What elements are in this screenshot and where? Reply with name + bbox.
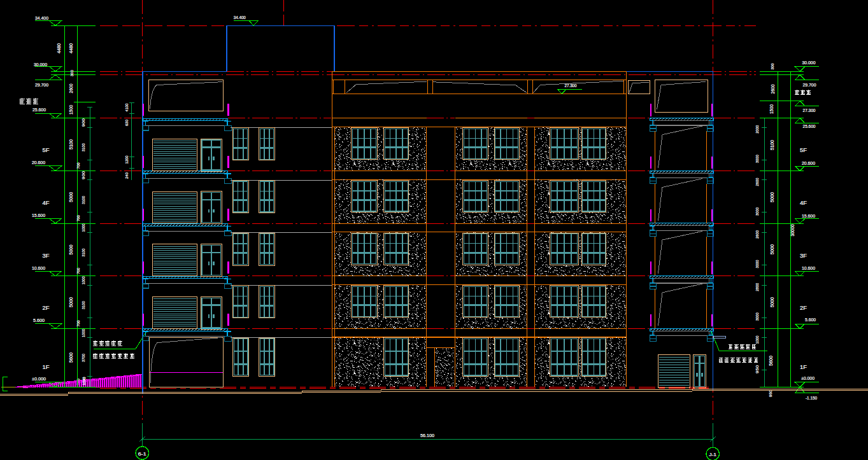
svg-text:900: 900 bbox=[82, 171, 86, 179]
svg-text:700: 700 bbox=[77, 215, 81, 221]
svg-text:20.600: 20.600 bbox=[802, 160, 815, 166]
svg-text:±0.000: ±0.000 bbox=[801, 375, 815, 381]
svg-text:4480: 4480 bbox=[69, 43, 73, 53]
svg-text:25.600: 25.600 bbox=[32, 107, 46, 113]
svg-text:29.700: 29.700 bbox=[35, 82, 48, 88]
svg-text:3000: 3000 bbox=[756, 312, 760, 321]
svg-text:27.300: 27.300 bbox=[803, 108, 816, 113]
svg-text:56.100: 56.100 bbox=[420, 433, 434, 438]
svg-text:2600: 2600 bbox=[756, 230, 760, 239]
svg-text:300: 300 bbox=[771, 63, 774, 70]
svg-text:30000: 30000 bbox=[790, 224, 795, 237]
svg-text:3100: 3100 bbox=[82, 248, 86, 257]
svg-text:5F: 5F bbox=[800, 147, 808, 153]
svg-text:3100: 3100 bbox=[82, 301, 86, 310]
svg-text:J-1: J-1 bbox=[709, 452, 717, 457]
svg-text:1000: 1000 bbox=[82, 223, 86, 232]
svg-text:34.400: 34.400 bbox=[234, 15, 246, 20]
svg-text:6-1: 6-1 bbox=[138, 451, 147, 457]
svg-text:3000: 3000 bbox=[756, 260, 760, 268]
svg-text:2000: 2000 bbox=[756, 125, 760, 134]
svg-text:5000: 5000 bbox=[69, 297, 73, 308]
svg-text:5000: 5000 bbox=[770, 296, 774, 307]
svg-text:5100: 5100 bbox=[770, 139, 774, 150]
svg-text:15.600: 15.600 bbox=[32, 213, 45, 218]
svg-text:5000: 5000 bbox=[69, 244, 73, 255]
svg-text:3100: 3100 bbox=[82, 143, 86, 151]
svg-text:27.300: 27.300 bbox=[565, 83, 577, 88]
svg-text:4F: 4F bbox=[800, 200, 808, 206]
svg-text:-1.150: -1.150 bbox=[806, 395, 817, 401]
svg-text:34.400: 34.400 bbox=[35, 15, 48, 21]
svg-text:4480: 4480 bbox=[57, 43, 61, 53]
svg-text:240: 240 bbox=[125, 172, 129, 179]
svg-text:25.600: 25.600 bbox=[803, 123, 816, 129]
svg-text:3000: 3000 bbox=[756, 207, 760, 216]
svg-text:5000: 5000 bbox=[770, 192, 774, 202]
svg-text:5F: 5F bbox=[43, 147, 50, 153]
svg-text:5600: 5600 bbox=[769, 355, 773, 366]
svg-text:300: 300 bbox=[70, 69, 74, 76]
svg-text:5000: 5000 bbox=[770, 244, 774, 254]
svg-text:3F: 3F bbox=[800, 253, 808, 259]
svg-text:700: 700 bbox=[77, 320, 81, 326]
svg-text:1F: 1F bbox=[800, 364, 808, 370]
svg-text:950: 950 bbox=[756, 365, 760, 373]
svg-text:2F: 2F bbox=[43, 305, 50, 311]
svg-text:900: 900 bbox=[82, 118, 86, 127]
svg-text:700: 700 bbox=[77, 162, 81, 169]
svg-text:10.600: 10.600 bbox=[802, 265, 815, 271]
svg-text:4F: 4F bbox=[43, 200, 50, 206]
svg-text:5.600: 5.600 bbox=[33, 317, 45, 323]
svg-text:29.700: 29.700 bbox=[803, 82, 816, 88]
svg-text:30.000: 30.000 bbox=[34, 62, 47, 67]
svg-text:5600: 5600 bbox=[69, 352, 73, 363]
svg-text:3F: 3F bbox=[43, 253, 50, 259]
svg-text:±0.000: ±0.000 bbox=[32, 376, 46, 382]
svg-text:2600: 2600 bbox=[771, 84, 775, 94]
svg-text:5.600: 5.600 bbox=[805, 317, 816, 323]
svg-text:2600: 2600 bbox=[69, 83, 73, 94]
svg-text:5100: 5100 bbox=[69, 139, 73, 150]
svg-text:1000: 1000 bbox=[82, 377, 86, 386]
svg-text:4100: 4100 bbox=[125, 103, 129, 112]
svg-text:700: 700 bbox=[77, 268, 81, 274]
svg-text:630: 630 bbox=[125, 119, 129, 126]
svg-text:3700: 3700 bbox=[82, 353, 86, 362]
svg-text:20.600: 20.600 bbox=[32, 160, 45, 165]
svg-text:1000: 1000 bbox=[82, 328, 86, 337]
svg-text:950: 950 bbox=[769, 389, 772, 397]
svg-text:1500: 1500 bbox=[769, 104, 774, 114]
svg-text:1F: 1F bbox=[43, 364, 50, 370]
svg-text:2F: 2F bbox=[800, 305, 808, 311]
svg-text:10.600: 10.600 bbox=[32, 265, 45, 271]
svg-text:3000: 3000 bbox=[756, 154, 760, 163]
svg-text:1200: 1200 bbox=[125, 155, 129, 164]
svg-text:2800: 2800 bbox=[756, 282, 760, 291]
svg-text:1000: 1000 bbox=[756, 335, 760, 344]
svg-text:30.000: 30.000 bbox=[802, 60, 816, 66]
svg-text:1500: 1500 bbox=[69, 104, 73, 115]
svg-text:5000: 5000 bbox=[69, 192, 73, 202]
svg-text:1000: 1000 bbox=[82, 276, 86, 285]
svg-text:2600: 2600 bbox=[756, 178, 760, 186]
svg-text:15.600: 15.600 bbox=[802, 213, 815, 219]
svg-text:3100: 3100 bbox=[82, 195, 86, 204]
